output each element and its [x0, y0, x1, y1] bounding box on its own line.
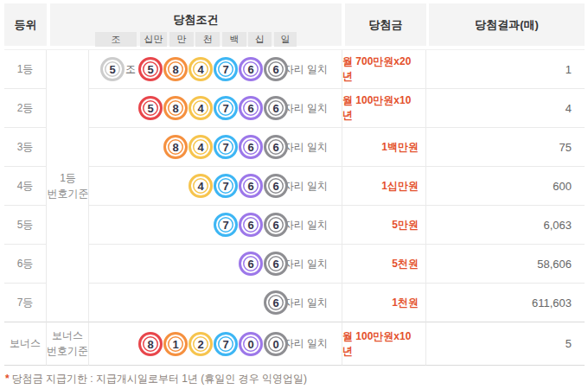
result-count-cell: 600: [426, 167, 585, 206]
table-row: 2등 6자리 일치584766 월 100만원x10년 4: [4, 89, 585, 128]
number-basis-cell: [47, 284, 89, 322]
lottery-ball: 0: [239, 332, 263, 356]
footnote-asterisk: *: [5, 373, 10, 385]
result-count-cell: 5: [426, 322, 585, 366]
lottery-ball: 7: [214, 213, 238, 237]
balls-and-match-cell: 5자리 일치84766: [89, 128, 342, 167]
lottery-ball: 6: [264, 252, 288, 276]
lottery-ball: 7: [214, 96, 238, 120]
balls-and-match-cell: 6자리 일치812700: [89, 322, 342, 366]
rank-cell: 7등: [4, 284, 47, 322]
lottery-ball: 4: [189, 96, 213, 120]
lottery-ball: 6: [264, 174, 288, 198]
lottery-results-page: 등위 당첨조건 조 십만 만 천 백 십 일 당첨금 당첨결과(매) 1등 번호…: [0, 0, 588, 389]
balls-and-match-cell: 1자리 일치6: [89, 284, 342, 322]
header-condition: 당첨조건 조 십만 만 천 백 십 일: [50, 3, 342, 46]
unit-label-man: 만: [169, 32, 194, 47]
table-row: 3등 5자리 일치84766 1백만원 75: [4, 128, 585, 167]
lottery-ball: 1: [163, 332, 188, 356]
header-rank: 등위: [4, 3, 47, 46]
header-prize: 당첨금: [345, 3, 426, 46]
lottery-ball: 5: [138, 57, 163, 81]
number-basis-cell: [47, 245, 89, 284]
prize-cell: 월 700만원x20년: [342, 50, 426, 89]
lottery-ball: 2: [189, 332, 213, 356]
result-count-cell: 6,063: [426, 206, 585, 245]
number-basis-cell: [47, 50, 89, 89]
lottery-ball: 6: [264, 290, 288, 315]
prize-cell: 월 100만원x10년: [342, 322, 426, 366]
unit-label-sip: 십: [248, 32, 272, 47]
lottery-ball: 8: [163, 57, 188, 81]
result-count-cell: 611,603: [426, 284, 585, 322]
table-row: 7등 1자리 일치6 1천원 611,603: [4, 284, 585, 322]
number-basis-cell: [47, 206, 89, 245]
prize-cell: 1천원: [342, 284, 426, 322]
number-basis-cell: [47, 128, 89, 167]
rank-cell: 2등: [4, 89, 47, 128]
lottery-ball: 4: [189, 174, 213, 198]
table-row: 5등 3자리 일치766 5만원 6,063: [4, 206, 585, 245]
lottery-ball: 7: [214, 174, 238, 198]
table-row: 보너스 보너스번호기준 6자리 일치812700 월 100만원x10년 5: [4, 322, 585, 366]
table-row: 4등 4자리 일치4766 1십만원 600: [4, 167, 585, 206]
table-header-row: 등위 당첨조건 조 십만 만 천 백 십 일 당첨금 당첨결과(매): [4, 3, 585, 46]
unit-label-baek: 백: [222, 32, 246, 47]
prize-cell: 5만원: [342, 206, 426, 245]
unit-label-il: 일: [274, 32, 297, 47]
number-basis-cell: 보너스번호기준: [47, 322, 89, 366]
prize-cell: 1백만원: [342, 128, 426, 167]
lottery-ball: 4: [189, 57, 213, 81]
rank-cell: 6등: [4, 245, 47, 284]
lottery-ball: 6: [239, 252, 263, 276]
lottery-ball: 6: [264, 213, 288, 237]
lottery-ball: 6: [239, 135, 263, 159]
lottery-ball: 0: [264, 332, 288, 356]
lottery-ball: 6: [239, 57, 263, 81]
prize-cell: 1십만원: [342, 167, 426, 206]
number-basis-cell: [47, 167, 89, 206]
lottery-ball: 6: [239, 213, 263, 237]
header-result: 당첨결과(매): [429, 3, 585, 46]
unit-label-sibman: 십만: [140, 32, 167, 47]
rank-cell: 1등: [4, 50, 47, 89]
lottery-ball: 8: [138, 332, 163, 356]
table-row: 6등 2자리 일치66 5천원 58,606: [4, 245, 585, 284]
lottery-ball: 6: [264, 96, 288, 120]
lottery-ball: 5: [138, 96, 163, 120]
winning-results-table: 등위 당첨조건 조 십만 만 천 백 십 일 당첨금 당첨결과(매) 1등 번호…: [4, 3, 585, 366]
header-condition-title: 당첨조건: [50, 12, 342, 28]
rank-cell: 3등: [4, 128, 47, 167]
number-basis-cell: [47, 89, 89, 128]
balls-and-match-cell: 6자리 일치584766: [89, 89, 342, 128]
footnote-text: 당첨금 지급기한 : 지급개시일로부터 1년 (휴일인 경우 익영업일): [12, 373, 307, 385]
balls-and-match-cell: 2자리 일치66: [89, 245, 342, 284]
rank-cell: 4등: [4, 167, 47, 206]
rank-cell: 보너스: [4, 322, 47, 366]
balls-and-match-cell: 4자리 일치4766: [89, 167, 342, 206]
prize-cell: 월 100만원x10년: [342, 89, 426, 128]
lottery-ball: 8: [163, 135, 188, 159]
lottery-ball: 7: [214, 57, 238, 81]
lottery-ball: 6: [264, 135, 288, 159]
lottery-ball: 6: [264, 57, 288, 81]
rank-cell: 5등: [4, 206, 47, 245]
jo-suffix-label: 조: [125, 50, 136, 88]
lottery-ball: 5: [100, 57, 125, 81]
unit-label-cheon: 천: [195, 32, 220, 47]
prize-cell: 5천원: [342, 245, 426, 284]
result-count-cell: 58,606: [426, 245, 585, 284]
balls-and-match-cell: 7자리 일치5조584766: [89, 50, 342, 89]
unit-label-jo: 조: [95, 32, 137, 47]
lottery-ball: 7: [214, 332, 238, 356]
table-body: 1등 번호기준 1등 7자리 일치5조584766 월 700만원x20년 1 …: [4, 49, 585, 366]
payment-deadline-footnote: *당첨금 지급기한 : 지급개시일로부터 1년 (휴일인 경우 익영업일): [5, 372, 307, 386]
lottery-ball: 8: [163, 96, 188, 120]
lottery-ball: 6: [239, 96, 263, 120]
result-count-cell: 4: [426, 89, 585, 128]
lottery-ball: 7: [214, 135, 238, 159]
result-count-cell: 1: [426, 50, 585, 89]
balls-and-match-cell: 3자리 일치766: [89, 206, 342, 245]
lottery-ball: 4: [189, 135, 213, 159]
table-row: 1등 7자리 일치5조584766 월 700만원x20년 1: [4, 50, 585, 89]
